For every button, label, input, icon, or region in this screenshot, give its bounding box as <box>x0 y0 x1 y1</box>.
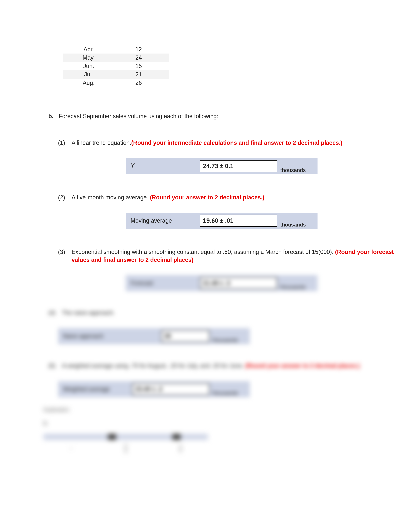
answer-input[interactable]: 24.73 ± 0.1 <box>200 160 277 172</box>
page: Apr. 12 May. 24 Jun. 15 Jul. 21 Aug. 26 … <box>0 0 411 532</box>
answer-input[interactable]: 23.40 ± .2 <box>132 383 210 395</box>
part-marker: (1) <box>58 139 68 146</box>
answer-bar: Weighted average 23.40 ± .2 thousands <box>58 381 250 397</box>
table-row: Apr. 12 <box>63 45 169 54</box>
blurred-content: Forecast 21.48 ± .3 thousands (4) The na… <box>58 275 411 397</box>
answer-unit: thousands <box>280 167 306 173</box>
question-text: Forecast September sales volume using ea… <box>59 113 411 120</box>
part-text-plain: A five-month moving average. <box>72 194 150 201</box>
explanation-table: t Month Sales <box>44 434 208 457</box>
answer-bar: Forecast 21.48 ± .3 thousands <box>126 275 318 291</box>
answer-input[interactable]: 19.60 ± .01 <box>200 215 277 227</box>
part-text-plain: A linear trend equation. <box>72 139 131 146</box>
part-text-plain: A weighted average using .70 for August,… <box>62 362 245 369</box>
part-3: (3) Exponential smoothing with a smoothi… <box>58 248 411 397</box>
value-cell: 15 <box>114 63 163 69</box>
value-cell: 26 <box>114 79 163 86</box>
data-table: Apr. 12 May. 24 Jun. 15 Jul. 21 Aug. 26 <box>63 45 169 87</box>
month-cell: May. <box>63 54 114 61</box>
explanation-row: t Month Sales <box>44 440 208 457</box>
part-2: (2) A five-month moving average. (Round … <box>58 194 411 229</box>
part-instruction-red: (Round your answer to 2 decimal places.) <box>150 194 264 201</box>
month-cell: Jul. <box>63 71 114 78</box>
answer-label: Moving average <box>126 217 200 224</box>
table-row: May. 24 <box>63 54 169 62</box>
month-cell: Apr. <box>63 46 114 53</box>
answer-label: Weighted average <box>58 386 132 393</box>
part-text: Exponential smoothing with a smoothing c… <box>72 248 411 264</box>
answer-label: Yt <box>126 162 200 170</box>
answer-unit: thousands <box>213 337 238 343</box>
question-marker: b. <box>48 113 55 120</box>
y-symbol: Y <box>131 162 134 169</box>
answer-bar: Moving average 19.60 ± .01 thousands <box>126 213 318 229</box>
explanation-sub: b. <box>44 420 411 426</box>
answer-unit: thousands <box>213 390 238 396</box>
table-row: Jun. 15 <box>63 62 169 70</box>
part-text: A five-month moving average. (Round your… <box>72 194 411 201</box>
answer-label: Naive approach <box>58 333 161 340</box>
month-cell: Jun. <box>63 63 114 69</box>
part-text-plain: Exponential smoothing with a smoothing c… <box>72 249 335 255</box>
answer-input[interactable]: 26 <box>161 330 210 342</box>
answer-input[interactable]: 21.48 ± .3 <box>200 277 277 289</box>
part-marker: (4) <box>48 309 58 316</box>
value-cell: 12 <box>114 46 163 53</box>
question-b: b. Forecast September sales volume using… <box>48 113 411 120</box>
part-instruction-red: (Round your answer to 2 decimal places.) <box>245 362 360 369</box>
part-text: A weighted average using .70 for August,… <box>62 362 411 370</box>
part-marker: (5) <box>48 362 58 369</box>
part-1: (1) A linear trend equation.(Round your … <box>58 139 411 174</box>
answer-label: Forecast <box>126 280 200 286</box>
explanation-title: Explanation: <box>44 407 411 412</box>
explanation-header <box>44 434 208 440</box>
answer-unit: thousands <box>280 284 306 290</box>
part-text: A linear trend equation.(Round your inte… <box>72 139 411 147</box>
table-row: Aug. 26 <box>63 79 169 87</box>
answer-bar: Yt 24.73 ± 0.1 thousands <box>126 158 318 174</box>
part-instruction-red: (Round your intermediate calculations an… <box>131 139 342 146</box>
part-text: The naive approach. <box>62 309 411 317</box>
table-row: Jul. 21 <box>63 70 169 79</box>
month-cell: Aug. <box>63 79 114 86</box>
y-subscript: t <box>134 165 136 170</box>
part-marker: (2) <box>58 194 68 201</box>
value-cell: 24 <box>114 54 163 61</box>
explanation-blurred: Explanation: b. t Month Sales <box>44 407 411 457</box>
part-marker: (3) <box>58 249 68 255</box>
value-cell: 21 <box>114 71 163 78</box>
answer-bar: Naive approach 26 thousands <box>58 328 250 344</box>
answer-unit: thousands <box>280 221 306 228</box>
